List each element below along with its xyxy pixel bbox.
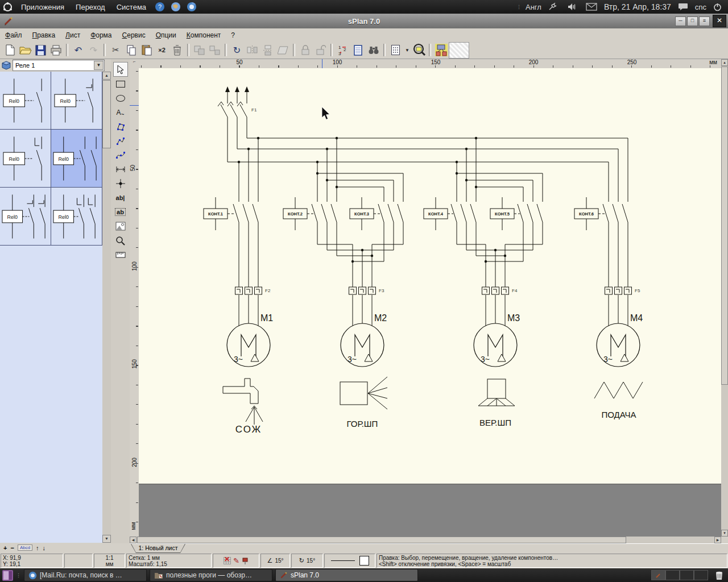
trash-icon[interactable] [715,571,723,580]
applet-handle[interactable]: ⋮ [16,574,21,576]
vertical-scrollbar[interactable]: ▲ ▼ [721,59,728,537]
angle-cell[interactable]: ∠ 15° [260,554,290,568]
h-scroll-thumb[interactable] [137,537,626,543]
remove-library-button[interactable]: − [10,544,14,551]
line-style-cell[interactable] [324,554,375,568]
palette-scrollbar[interactable]: ▲ ▼ [102,72,111,543]
menu-edit[interactable]: Правка [27,30,61,41]
scroll-left-icon[interactable]: ◀ [130,537,136,543]
component-cell-selected[interactable]: Rel0 [51,130,102,188]
line-sample[interactable] [331,560,355,561]
print-button[interactable] [48,43,64,58]
menu-file[interactable]: Файл [0,30,27,41]
menu-options[interactable]: Опции [151,30,181,41]
rotate-step-cell[interactable]: ↻ 15° [291,554,323,568]
new-file-button[interactable] [2,43,18,58]
polyline-tool[interactable] [114,134,127,148]
rectangle-tool[interactable] [114,77,127,91]
mirror-horizontal-button[interactable] [245,43,260,58]
component-cell[interactable]: Rel0 [0,130,51,188]
sheet-tab[interactable]: 1: Новый лист [131,544,185,553]
browser-globe-icon[interactable] [171,2,181,12]
zoom-tool[interactable] [114,234,127,247]
chat-bubble-icon[interactable] [678,3,688,11]
redo-button[interactable]: ↷ [86,43,101,58]
help-icon[interactable]: ? [155,2,165,12]
palette-scroll-thumb[interactable] [102,80,111,148]
copy-button[interactable] [123,43,139,58]
measure-tool[interactable] [114,248,127,261]
search-button[interactable] [366,43,381,58]
save-button[interactable] [33,43,48,58]
menu-component[interactable]: Компонент [181,30,226,41]
renumber-button[interactable]: 123 [335,43,350,58]
applet-handle[interactable]: ⋮ [516,6,522,8]
component-cell[interactable]: Rel0 [0,72,51,130]
fill-sample[interactable] [359,556,369,566]
ungroup-button[interactable] [207,43,222,58]
horizontal-scrollbar[interactable]: ◀ ▶ [130,537,721,543]
parts-list-button[interactable] [350,43,366,58]
v-scroll-thumb[interactable] [721,66,728,385]
library-select[interactable]: Реле 1 ▼ [13,60,105,71]
group-button[interactable] [192,43,207,58]
open-file-button[interactable] [18,43,33,58]
scroll-down-icon[interactable]: ▼ [102,535,111,543]
menu-help[interactable]: ? [226,30,240,41]
pointer-tool[interactable] [113,62,128,77]
chromium-icon[interactable] [187,2,197,12]
paste-button[interactable] [139,43,154,58]
grid-dropdown-arrow[interactable]: ▼ [403,43,411,58]
component-cell[interactable]: Rel0 [0,188,51,246]
image-tool[interactable] [114,219,127,233]
duplicate-button[interactable]: ×2 [154,43,169,58]
window-list-icon[interactable] [2,570,13,581]
delete-button[interactable] [169,43,185,58]
menu-applications[interactable]: Приложения [15,0,70,14]
move-up-button[interactable]: ↑ [36,544,39,551]
sheet-paper[interactable]: F1 F2 F3 F4 F5 КОНТ.1 КОНТ.2 КОНТ.3 КОНТ… [139,68,721,484]
volume-icon[interactable] [567,3,576,11]
unlock-button[interactable] [313,43,328,58]
fill-pattern-swatch[interactable] [449,42,469,59]
workspace-4[interactable] [694,570,708,580]
keyboard-layout-indicator[interactable]: Англ [526,3,541,11]
task-splan[interactable]: sPlan 7.0 [275,569,418,581]
menu-system[interactable]: Система [111,0,152,14]
component-cell[interactable]: Rel0 [51,72,102,130]
grid-settings-button[interactable] [388,43,403,58]
menu-form[interactable]: Форма [85,30,117,41]
task-mailru[interactable]: [Mail.Ru: почта, поиск в … [24,569,147,581]
textbox-tool[interactable]: ab [114,205,127,219]
mirror-vertical-button[interactable] [260,43,275,58]
add-library-button[interactable]: + [3,544,7,551]
workspace-1[interactable] [651,570,665,580]
lock-button[interactable] [297,43,313,58]
move-down-button[interactable]: ↓ [43,544,46,551]
zoom-redraw-button[interactable] [411,43,427,58]
node-point-tool[interactable] [114,177,127,190]
mail-icon[interactable] [586,3,597,11]
scroll-up-icon[interactable]: ▲ [721,59,728,66]
undo-button[interactable]: ↶ [71,43,86,58]
power-icon[interactable] [713,3,722,11]
bezier-tool[interactable] [114,148,127,162]
window-titlebar[interactable]: sPlan 7.0 ─ □ ≡ ✕ [0,14,728,29]
library-book-icon[interactable] [1,61,11,70]
special-shape-tool[interactable]: A~ [114,106,127,119]
task-folder[interactable]: полезные проги — обозр… [150,569,272,581]
cut-button[interactable]: ✂ [108,43,123,58]
dimension-tool[interactable] [114,163,127,176]
grid-off-icon[interactable]: ✕ [224,557,231,564]
skew-button[interactable] [275,43,291,58]
scroll-up-icon[interactable]: ▲ [102,72,111,80]
rotate-button[interactable]: ↻ [229,43,245,58]
session-user[interactable]: cnc [695,3,706,11]
scroll-down-icon[interactable]: ▼ [721,530,728,537]
distributor-logo-icon[interactable] [3,2,13,12]
clock[interactable]: Втр, 21 Апр, 18:37 [604,2,671,11]
font-button[interactable]: Abcd [18,544,32,551]
workspace-3[interactable] [680,570,694,580]
workspace-switcher[interactable] [651,570,708,580]
pin-icon[interactable] [242,557,249,565]
